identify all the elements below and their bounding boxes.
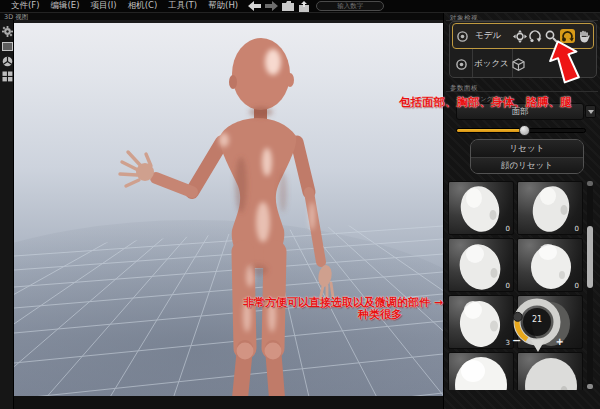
menu-tools[interactable]: 工具(T) bbox=[168, 0, 197, 12]
menu-help[interactable]: 帮助(H) bbox=[208, 0, 238, 12]
viewport-top-strip bbox=[14, 20, 443, 23]
annotation-bottom-note-line2: 种类很多 bbox=[338, 307, 422, 322]
menu-edit[interactable]: 编辑(E) bbox=[51, 0, 80, 12]
slider-fill bbox=[457, 129, 524, 132]
left-toolbar bbox=[0, 20, 14, 409]
thumbnail-badge: 0 bbox=[575, 282, 579, 290]
dropdown-arrow-button[interactable] bbox=[585, 105, 596, 118]
dial-minus-button[interactable]: − bbox=[512, 334, 521, 347]
pan-hand-tool-icon[interactable] bbox=[576, 29, 591, 43]
export-model-icon[interactable] bbox=[298, 1, 310, 12]
thumbnail-badge: 0 bbox=[506, 225, 510, 233]
reset-button[interactable]: リセット bbox=[471, 140, 583, 157]
face-thumbnail[interactable]: 0 bbox=[448, 238, 514, 292]
chevron-down-icon bbox=[588, 110, 594, 114]
face-thumbnail[interactable]: 3 bbox=[448, 295, 514, 349]
grid-windows-icon[interactable] bbox=[2, 71, 13, 82]
annotation-top-note: 包括面部、胸部、身体、胳膊、腿 bbox=[399, 95, 572, 110]
3d-scene-canvas[interactable] bbox=[14, 20, 443, 409]
thumbnail-scrollbar[interactable] bbox=[587, 181, 593, 390]
box-row-label: ボックス bbox=[474, 58, 510, 70]
visibility-eye-icon[interactable] bbox=[457, 31, 468, 42]
face-thumbnail[interactable]: 0 bbox=[517, 238, 583, 292]
menu-file[interactable]: 文件(F) bbox=[11, 0, 40, 12]
face-thumbnail[interactable]: 0 bbox=[448, 181, 514, 235]
menubar-icons bbox=[248, 1, 310, 12]
gear-icon[interactable] bbox=[2, 26, 13, 37]
cube-icon[interactable] bbox=[511, 57, 526, 71]
face-reset-button[interactable]: 顔のリセット bbox=[471, 157, 583, 174]
visibility-eye-icon[interactable] bbox=[456, 59, 467, 70]
face-thumbnail[interactable] bbox=[517, 352, 583, 390]
reset-button-group: リセット 顔のリセット bbox=[470, 139, 584, 174]
dial-knob[interactable] bbox=[513, 312, 522, 321]
slider-knob[interactable] bbox=[519, 125, 530, 136]
frame-view-icon[interactable] bbox=[2, 41, 13, 52]
value-dial[interactable]: 21 − ＋ bbox=[510, 297, 564, 355]
model-row-label: モデル bbox=[475, 30, 511, 42]
folder-icon[interactable] bbox=[282, 1, 294, 11]
thumbnail-badge: 0 bbox=[506, 282, 510, 290]
undo-back-arrow-icon[interactable] bbox=[248, 1, 261, 11]
divider bbox=[446, 91, 598, 92]
3d-viewport[interactable] bbox=[14, 20, 443, 409]
viewport-bottom-strip bbox=[14, 396, 443, 409]
face-thumbnail-grid: 0 0 0 0 3 bbox=[448, 181, 583, 390]
morph-slider[interactable] bbox=[456, 128, 586, 133]
menubar: 文件(F) 编辑(E) 项目(I) 相机(C) 工具(T) 帮助(H) bbox=[0, 0, 600, 13]
sphere-sections-icon[interactable] bbox=[2, 56, 13, 67]
dial-plus-button[interactable]: ＋ bbox=[554, 334, 565, 349]
dial-value: 21 bbox=[525, 315, 549, 324]
redo-forward-arrow-icon[interactable] bbox=[265, 1, 278, 11]
face-thumbnail[interactable] bbox=[448, 352, 514, 390]
scrollbar-up-button[interactable] bbox=[587, 181, 593, 186]
menu-camera[interactable]: 相机(C) bbox=[128, 0, 158, 12]
app-window: 文件(F) 编辑(E) 项目(I) 相机(C) 工具(T) 帮助(H) 3D 视… bbox=[0, 0, 600, 409]
thumbnail-badge: 0 bbox=[575, 225, 579, 233]
menu-project[interactable]: 项目(I) bbox=[91, 0, 117, 12]
rotate-tool-icon[interactable] bbox=[528, 29, 543, 43]
move-tool-icon[interactable] bbox=[512, 29, 527, 43]
scrollbar-thumb[interactable] bbox=[587, 226, 593, 288]
scrollbar-down-button[interactable] bbox=[587, 384, 593, 389]
number-input[interactable] bbox=[316, 1, 384, 11]
face-thumbnail[interactable]: 0 bbox=[517, 181, 583, 235]
